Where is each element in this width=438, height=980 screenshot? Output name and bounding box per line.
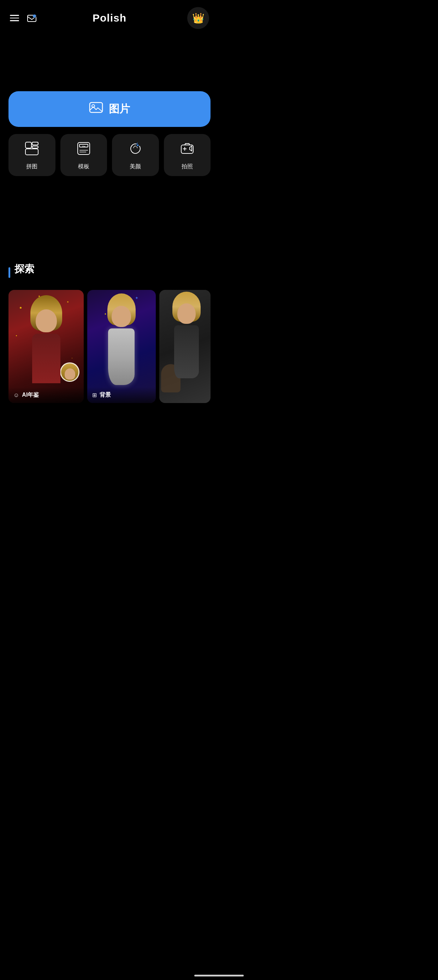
banner-area	[0, 35, 219, 91]
beauty-icon	[128, 141, 143, 159]
explore-title-wrapper: 探索	[8, 262, 211, 283]
avatar-thumbnail	[60, 363, 79, 382]
tool-beauty-label: 美颜	[130, 163, 141, 170]
spacer	[0, 185, 219, 255]
crown-icon: 👑	[192, 13, 205, 24]
image-button-label: 图片	[109, 102, 130, 116]
explore-title: 探索	[14, 262, 34, 276]
explore-grid: ☺ AI年鉴 ✦ ✦ ✦ ✦	[8, 290, 211, 403]
header: Polish 👑	[0, 0, 219, 35]
explore-card-background[interactable]: ✦ ✦ ✦ ✦ Happy New Year	[87, 290, 156, 403]
card2-image	[87, 290, 156, 403]
svg-rect-3	[90, 102, 102, 113]
svg-rect-6	[32, 142, 38, 145]
svg-rect-7	[32, 146, 38, 148]
header-left	[10, 13, 37, 24]
tool-template[interactable]: Aa 模板	[60, 134, 107, 176]
tool-camera-label: 拍照	[182, 163, 193, 170]
inbox-icon	[26, 13, 37, 24]
explore-title-bar	[8, 267, 10, 278]
card2-label-overlay: ⊞ 背景	[87, 387, 156, 403]
premium-button[interactable]: 👑	[187, 7, 209, 29]
tool-template-label: 模板	[78, 163, 89, 170]
menu-button[interactable]	[10, 15, 19, 21]
explore-card-ai-yearbook[interactable]: ☺ AI年鉴	[8, 290, 84, 403]
explore-section: 探索	[0, 262, 219, 403]
app-title: Polish	[92, 12, 127, 24]
image-button[interactable]: 图片	[8, 91, 211, 127]
card1-label: AI年鉴	[22, 391, 39, 399]
tool-collage-label: 拼图	[26, 163, 37, 170]
inbox-button[interactable]	[26, 13, 37, 24]
svg-rect-5	[25, 142, 32, 148]
image-button-icon	[89, 101, 103, 117]
tools-grid: 拼图 Aa 模板	[8, 134, 211, 176]
main-content: 图片 拼图 Aa	[0, 91, 219, 176]
card1-label-icon: ☺	[13, 392, 19, 398]
svg-text:Aa: Aa	[82, 145, 85, 148]
tool-camera[interactable]: 拍照	[164, 134, 211, 176]
svg-rect-8	[25, 149, 38, 155]
collage-icon	[24, 141, 39, 159]
tool-collage[interactable]: 拼图	[8, 134, 56, 176]
template-icon: Aa	[76, 141, 91, 159]
camera-icon	[180, 141, 195, 159]
svg-rect-2	[33, 14, 36, 18]
explore-card-3[interactable]	[159, 290, 211, 403]
card2-label: 背景	[100, 391, 111, 399]
card2-label-icon: ⊞	[92, 392, 97, 398]
bottom-spacer	[0, 403, 219, 431]
tool-beauty[interactable]: 美颜	[112, 134, 159, 176]
card1-label-overlay: ☺ AI年鉴	[8, 387, 84, 403]
